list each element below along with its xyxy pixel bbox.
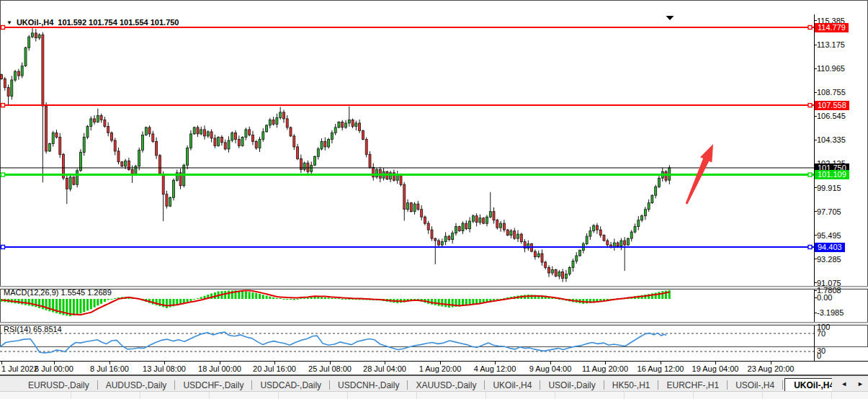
status-strip-divider: [555, 392, 555, 399]
candle: [94, 115, 96, 125]
candle: [565, 270, 567, 282]
tab-ukoil-h4-11[interactable]: UKOil-,H4: [784, 378, 832, 393]
tab-divider: [484, 380, 485, 390]
candle: [73, 176, 75, 186]
candle: [283, 110, 285, 123]
candle: [472, 215, 474, 223]
candle: [551, 266, 553, 276]
price-axis-label: 99.915: [817, 184, 841, 192]
candle: [555, 269, 557, 277]
candle: [152, 131, 154, 143]
tab-hk50-h1-8[interactable]: HK50-,H1: [606, 380, 657, 391]
candle: [458, 225, 460, 231]
price-axis-label: 97.705: [817, 207, 841, 216]
candle: [187, 145, 189, 169]
candle: [328, 138, 330, 148]
candle: [204, 125, 206, 140]
candle: [362, 130, 364, 140]
line-right-handle[interactable]: [808, 104, 812, 107]
time-axis-label: 28 Jul 04:00: [363, 364, 406, 373]
candle: [624, 237, 626, 271]
candle: [568, 266, 571, 277]
chart-shift-marker-icon[interactable]: [666, 16, 674, 20]
candle: [238, 135, 240, 148]
candle: [249, 127, 251, 137]
line-right-handle[interactable]: [808, 173, 812, 176]
candle: [334, 124, 336, 135]
tab-usoil-daily-7[interactable]: USOil-,Daily: [542, 380, 601, 391]
candle: [286, 115, 288, 130]
candle: [100, 114, 102, 123]
candle: [107, 122, 109, 137]
candle: [448, 235, 450, 241]
candle: [59, 133, 61, 158]
candle: [241, 136, 243, 146]
tab-audusd-daily-1[interactable]: AUDUSD-,Daily: [99, 380, 174, 391]
candle: [514, 228, 516, 240]
tabs-scroll-left-icon[interactable]: ◄: [841, 380, 847, 387]
candle: [117, 148, 120, 164]
tab-usdchf-daily-2[interactable]: USDCHF-,Daily: [176, 380, 250, 391]
candle: [4, 77, 6, 91]
candle: [21, 63, 23, 79]
candle: [97, 109, 99, 123]
tab-eurchf-h1-9[interactable]: EURCHF-,H1: [660, 380, 725, 391]
tab-usoil-h4-10[interactable]: USOil-,H4: [729, 380, 781, 391]
candle: [276, 114, 278, 128]
candle: [630, 230, 632, 241]
candle: [38, 33, 40, 40]
candle: [413, 202, 416, 215]
tab-divider: [97, 380, 98, 390]
line-right-handle[interactable]: [808, 26, 812, 30]
time-axis-label: 8 Jul 16:00: [90, 364, 129, 373]
candle: [562, 269, 564, 282]
line-left-handle[interactable]: [1, 173, 5, 176]
candle: [500, 221, 502, 232]
line-left-handle[interactable]: [1, 246, 5, 249]
candle: [210, 130, 212, 143]
rsi-panel: [0, 324, 814, 361]
tabs-scroll-right-icon[interactable]: ►: [857, 380, 864, 387]
candle: [317, 147, 319, 159]
candle: [517, 230, 519, 242]
candle: [1, 73, 3, 79]
candle: [17, 69, 19, 80]
tab-xauusd-daily-5[interactable]: XAUUSD-,Daily: [409, 380, 483, 391]
candle: [352, 119, 354, 129]
candle: [524, 239, 526, 252]
candle: [331, 130, 333, 143]
candle: [24, 47, 27, 67]
candle: [444, 232, 447, 245]
candle: [121, 161, 123, 167]
price-axis-label: 93.285: [817, 255, 841, 264]
line-left-handle[interactable]: [1, 26, 5, 30]
support-line-green[interactable]: [0, 173, 814, 176]
candle: [314, 156, 316, 166]
price-badge-resistance-line-upper: 114.779: [815, 23, 849, 32]
resistance-line-mid[interactable]: [0, 104, 814, 107]
candle: [14, 70, 17, 82]
candle: [348, 107, 350, 127]
tab-eurusd-daily-0[interactable]: EURUSD-,Daily: [22, 380, 96, 391]
candle: [407, 200, 409, 212]
candle: [579, 249, 581, 256]
candle: [104, 117, 106, 127]
candle: [603, 234, 605, 241]
status-strip-divider: [347, 392, 348, 399]
resistance-line-upper[interactable]: [0, 26, 814, 30]
candle: [169, 197, 171, 207]
candle: [166, 191, 168, 209]
tab-ukoil-h4-6[interactable]: UKOil-,H4: [486, 380, 538, 391]
tab-usdcnh-daily-4[interactable]: USDCNH-,Daily: [331, 380, 406, 391]
support-line-blue[interactable]: [0, 246, 814, 249]
line-right-handle[interactable]: [808, 246, 812, 249]
candle: [321, 138, 323, 151]
candle: [589, 227, 591, 240]
candle: [648, 200, 650, 212]
status-strip-divider: [278, 392, 279, 399]
tab-divider: [727, 380, 728, 390]
candle: [390, 171, 392, 182]
time-axis-label: 9 Aug 04:00: [529, 364, 572, 373]
line-left-handle[interactable]: [1, 104, 5, 107]
tab-usdcad-daily-3[interactable]: USDCAD-,Daily: [254, 380, 328, 391]
